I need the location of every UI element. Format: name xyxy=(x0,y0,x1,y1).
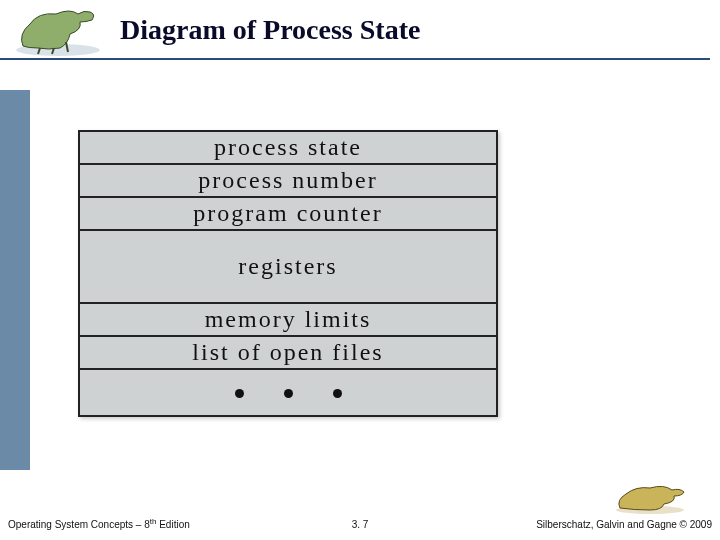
footer-copyright: Silberschatz, Galvin and Gagne © 2009 xyxy=(536,519,712,530)
slide: Diagram of Process State process statepr… xyxy=(0,0,720,540)
ellipsis-dot-icon xyxy=(284,389,293,398)
pcb-row: process state xyxy=(80,132,496,165)
pcb-row: registers xyxy=(80,231,496,304)
title-rule xyxy=(0,58,710,60)
ellipsis-dot-icon xyxy=(333,389,342,398)
sidebar-accent xyxy=(0,90,30,470)
pcb-row: list of open files xyxy=(80,337,496,370)
slide-footer: Operating System Concepts – 8th Edition … xyxy=(0,506,720,536)
pcb-row: process number xyxy=(80,165,496,198)
slide-header: Diagram of Process State xyxy=(0,0,720,70)
page-title: Diagram of Process State xyxy=(120,14,420,46)
pcb-row: memory limits xyxy=(80,304,496,337)
pcb-diagram: process stateprocess numberprogram count… xyxy=(78,130,498,417)
pcb-ellipsis-row xyxy=(80,370,496,415)
pcb-row: program counter xyxy=(80,198,496,231)
ellipsis-dot-icon xyxy=(235,389,244,398)
dinosaur-logo-top xyxy=(8,4,108,58)
pcb-box: process stateprocess numberprogram count… xyxy=(78,130,498,417)
